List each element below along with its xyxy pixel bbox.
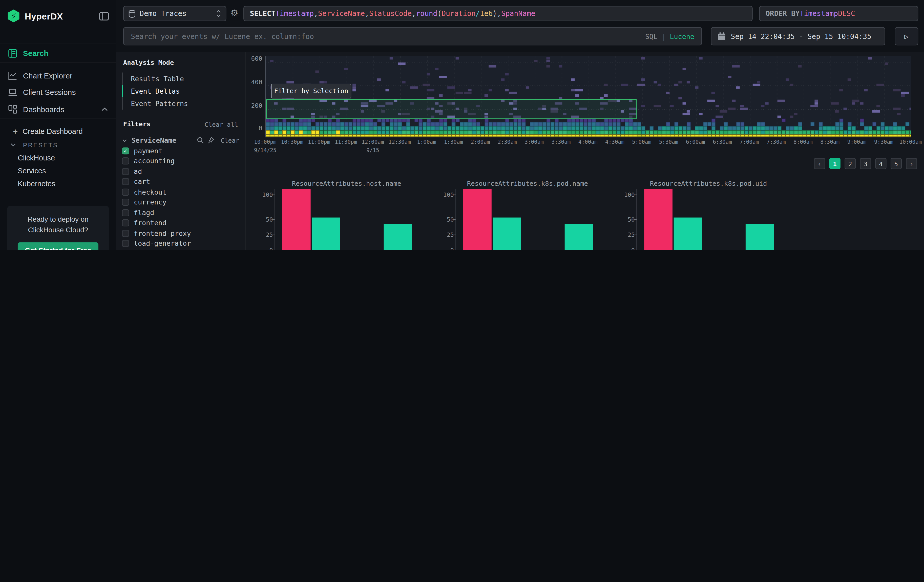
clear-all-button[interactable]: Clear all xyxy=(205,120,238,127)
filter-group-header-ServiceName[interactable]: ServiceNameClear xyxy=(122,135,239,145)
search-icon[interactable] xyxy=(197,137,204,144)
filter-option-cart[interactable]: cart xyxy=(122,176,239,187)
filter-option-currency[interactable]: currency xyxy=(122,197,239,208)
inlier-bar xyxy=(493,218,521,250)
sidebar-item-dashboards[interactable]: Dashboards xyxy=(0,100,116,119)
search-input[interactable]: Search your events w/ Lucene ex. column:… xyxy=(123,27,702,45)
sql-query-editor[interactable]: SELECT Timestamp, ServiceName, StatusCod… xyxy=(243,6,753,21)
checkbox-icon[interactable] xyxy=(122,209,129,216)
checkbox-icon[interactable] xyxy=(122,199,129,206)
sidebar: ⚡ HyperDX Search Chart Explor xyxy=(0,0,116,250)
pagination-prev-button[interactable]: ‹ xyxy=(814,158,825,169)
sidebar-item-chart-explorer[interactable]: Chart Explorer xyxy=(0,67,116,84)
order-by-editor[interactable]: ORDER BY Timestamp DESC xyxy=(759,6,918,21)
filter-option-checkout[interactable]: checkout xyxy=(122,187,239,197)
heatmap-x-tick: 9:00am xyxy=(847,139,866,145)
chart-y-tick-mark xyxy=(272,234,274,235)
mode-event-patterns[interactable]: Event Patterns xyxy=(122,97,239,110)
show-more-button[interactable]: ›Show more xyxy=(122,249,239,250)
filters-header: Filters Clear all xyxy=(123,120,238,128)
checkbox-icon[interactable] xyxy=(122,219,129,226)
mode-results-table[interactable]: Results Table xyxy=(122,73,239,85)
mini-chart-ResourceAttribu-ice-instance-id: ResourceAttribu..ice.instance.id10050250… xyxy=(251,247,431,250)
lang-toggle-lucene[interactable]: Lucene xyxy=(670,32,694,41)
heatmap-x-tick: 4:30am xyxy=(605,139,624,145)
chart-plot[interactable]: 10050250payment-7985c8969c-mwmw7 xyxy=(275,189,419,250)
sql-token: ( xyxy=(437,9,442,18)
checkbox-icon[interactable] xyxy=(122,240,129,247)
checkbox-icon[interactable] xyxy=(122,188,129,196)
sidebar-item-search[interactable]: Search xyxy=(0,43,116,63)
filter-option-frontend-proxy[interactable]: frontend-proxy xyxy=(122,228,239,239)
pagination-page-2[interactable]: 2 xyxy=(845,158,856,169)
pagination-page-1[interactable]: 1 xyxy=(829,158,840,169)
chart-plot[interactable]: 10050250payment-7985c8969c-mwmw7 xyxy=(456,189,600,250)
collapse-sidebar-icon[interactable] xyxy=(99,12,109,20)
chart-y-tick: 50 xyxy=(615,216,635,223)
heatmap-y-tick: 400 xyxy=(246,78,262,86)
filter-option-payment[interactable]: ✓payment xyxy=(122,145,239,156)
sql-token: Timestamp xyxy=(800,9,838,18)
chevron-down-icon xyxy=(122,138,128,143)
pagination-page-5[interactable]: 5 xyxy=(891,158,902,169)
create-dashboard-button[interactable]: + Create Dashboard xyxy=(0,125,116,138)
heatmap-x-tick: 11:30pm xyxy=(335,139,357,145)
filter-option-label: ad xyxy=(134,167,142,176)
brand-name: HyperDX xyxy=(25,11,94,21)
sql-token: , xyxy=(412,9,416,18)
mode-label: Event Patterns xyxy=(131,99,188,108)
checkbox-icon[interactable] xyxy=(122,158,129,165)
chart-y-tick-mark xyxy=(453,234,455,235)
date-range-picker[interactable]: Sep 14 22:04:35 - Sep 15 10:04:35 xyxy=(711,27,885,45)
filter-by-selection-button[interactable]: Filter by Selection xyxy=(271,84,351,99)
chart-plot[interactable]: 100502505e02b5fb-13ae-4296-bbbc-111f423c… xyxy=(637,189,781,250)
sidebar-item-clickhouse[interactable]: ClickHouse xyxy=(0,152,116,165)
mini-chart-ResourceAttributes-host-name: ResourceAttributes.host.name10050250paym… xyxy=(251,179,431,250)
sidebar-item-client-sessions[interactable]: Client Sessions xyxy=(0,84,116,100)
lang-toggle-sql[interactable]: SQL xyxy=(645,32,657,41)
source-select[interactable]: Demo Traces xyxy=(123,6,226,21)
pin-icon[interactable] xyxy=(208,137,215,144)
gear-icon[interactable]: ⚙ xyxy=(231,8,238,18)
sidebar-item-services[interactable]: Services xyxy=(0,165,116,177)
pagination-page-4[interactable]: 4 xyxy=(875,158,886,169)
checkbox-icon[interactable] xyxy=(122,168,129,175)
get-started-button[interactable]: Get Started for Free xyxy=(18,242,98,250)
sql-token: 1e6 xyxy=(480,9,493,18)
filter-option-label: cart xyxy=(134,178,150,186)
clickhouse-cloud-promo: Ready to deploy on ClickHouse Cloud? Get… xyxy=(7,206,109,250)
checkbox-icon[interactable] xyxy=(122,178,129,185)
heatmap-x-tick: 6:00am xyxy=(686,139,705,145)
filter-option-label: payment xyxy=(134,147,162,155)
heatmap-x-tick: 6:30am xyxy=(713,139,732,145)
sql-token: Timestamp xyxy=(276,9,314,18)
sql-token: SELECT xyxy=(250,9,276,18)
preset-label: Kubernetes xyxy=(18,180,55,188)
events-heatmap[interactable] xyxy=(265,56,911,137)
promo-line2: ClickHouse Cloud? xyxy=(12,225,104,235)
heatmap-x-tick: 10:00pm xyxy=(254,139,276,145)
create-dashboard-label: Create Dashboard xyxy=(23,127,83,136)
chart-y-tick-mark xyxy=(634,195,637,195)
filter-option-flagd[interactable]: flagd xyxy=(122,208,239,218)
sql-token: SpanName xyxy=(501,9,535,18)
filter-option-accounting[interactable]: accounting xyxy=(122,156,239,166)
presets-toggle[interactable]: PRESETS xyxy=(0,138,116,151)
pagination-next-button[interactable]: › xyxy=(906,158,917,169)
filter-option-label: accounting xyxy=(134,157,175,165)
run-query-button[interactable]: ▷ xyxy=(895,27,918,45)
filter-option-frontend[interactable]: frontend xyxy=(122,218,239,228)
filter-option-load-generator[interactable]: load-generator xyxy=(122,238,239,249)
chart-title: ResourceAttribu..ice.instance.id xyxy=(275,249,419,250)
heatmap-x-tick: 5:00am xyxy=(632,139,651,145)
checkbox-icon[interactable] xyxy=(122,230,129,237)
mode-event-deltas[interactable]: Event Deltas xyxy=(122,85,239,97)
preset-label: ClickHouse xyxy=(18,154,55,162)
checkbox-checked-icon[interactable]: ✓ xyxy=(122,147,129,154)
chevron-up-icon xyxy=(101,107,108,111)
filter-option-ad[interactable]: ad xyxy=(122,166,239,176)
sidebar-item-label: Chart Explorer xyxy=(23,71,73,80)
filter-group-clear-button[interactable]: Clear xyxy=(221,137,239,144)
pagination-page-3[interactable]: 3 xyxy=(860,158,871,169)
sidebar-item-kubernetes[interactable]: Kubernetes xyxy=(0,177,116,190)
